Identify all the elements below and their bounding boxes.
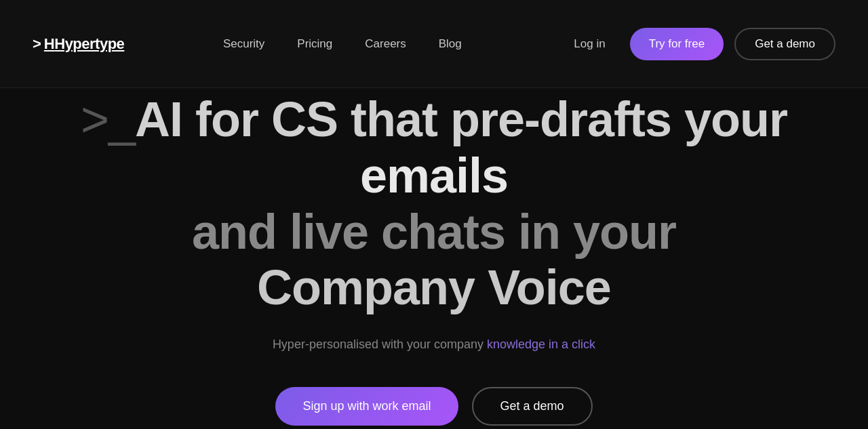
get-demo-nav-button[interactable]: Get a demo: [734, 28, 835, 60]
login-button[interactable]: Log in: [560, 30, 618, 58]
hero-headline-line1: AI for CS that pre-drafts your emails: [135, 92, 787, 203]
signup-button[interactable]: Sign up with work email: [275, 387, 458, 426]
logo-text: HHypertype: [44, 35, 124, 53]
hero-actions: Sign up with work email Get a demo: [275, 387, 592, 426]
nav-item-careers[interactable]: Careers: [365, 37, 406, 51]
nav-item-blog[interactable]: Blog: [439, 37, 462, 51]
logo[interactable]: > HHypertype: [33, 35, 124, 53]
hero-subtitle-link[interactable]: knowledge in a click: [487, 338, 595, 351]
hero-headline: >_AI for CS that pre-drafts your emails …: [78, 91, 790, 316]
get-demo-hero-button[interactable]: Get a demo: [472, 387, 593, 426]
nav-item-pricing[interactable]: Pricing: [297, 37, 332, 51]
hero-subtitle: Hyper-personalised with your company kno…: [273, 338, 595, 352]
hero-subtitle-text: Hyper-personalised with your company: [273, 338, 487, 351]
hero-headline-line2: and live chats in your Company Voice: [192, 205, 676, 315]
main-nav: Security Pricing Careers Blog: [223, 37, 462, 51]
site-header: > HHypertype Security Pricing Careers Bl…: [0, 0, 868, 88]
nav-item-security[interactable]: Security: [223, 37, 264, 51]
nav-actions: Log in Try for free Get a demo: [560, 28, 835, 60]
hero-section: >_AI for CS that pre-drafts your emails …: [0, 88, 868, 429]
logo-chevron-icon: >: [33, 37, 41, 52]
hero-headline-prefix: >_: [81, 92, 135, 146]
try-for-free-button[interactable]: Try for free: [630, 28, 724, 60]
